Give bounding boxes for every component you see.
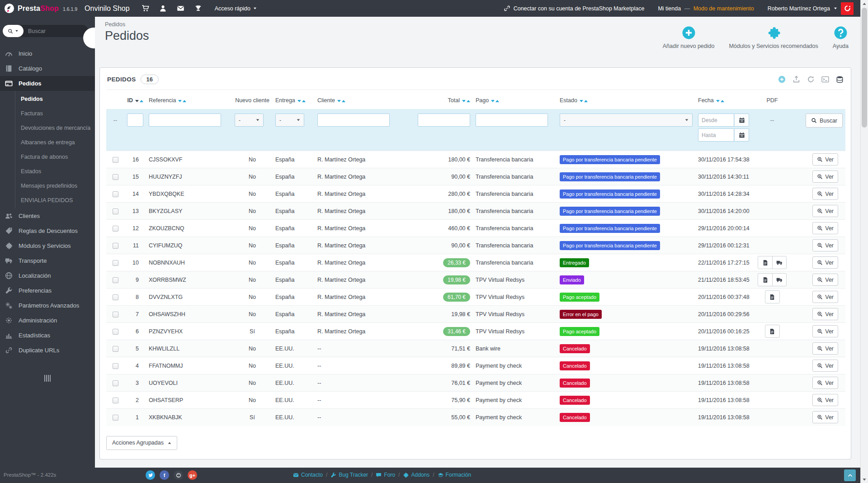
view-order-button[interactable]: Ver — [812, 308, 838, 320]
submenu-item-estados[interactable]: Estados — [15, 164, 95, 179]
invoice-pdf-icon[interactable] — [765, 325, 779, 337]
view-order-button[interactable]: Ver — [812, 325, 838, 337]
filter-new-customer-select[interactable]: - — [235, 114, 264, 127]
cart-icon[interactable] — [142, 5, 149, 12]
sidebar-item-pedidos[interactable]: Pedidos — [0, 76, 95, 91]
sql-query-icon[interactable] — [821, 76, 829, 83]
view-order-button[interactable]: Ver — [812, 360, 838, 372]
calendar-icon[interactable] — [734, 114, 749, 127]
delivery-slip-pdf-icon[interactable] — [772, 256, 786, 269]
add-order-button[interactable]: Añadir nuevo pedido — [663, 26, 715, 49]
google-plus-icon[interactable]: g+ — [188, 470, 197, 480]
view-order-button[interactable]: Ver — [812, 411, 838, 423]
marketplace-link[interactable]: Conectar con su cuenta de PrestaShop Mar… — [504, 5, 645, 12]
view-order-button[interactable]: Ver — [812, 205, 838, 217]
filter-status-select[interactable]: - — [560, 114, 693, 127]
filter-date-from-input[interactable] — [698, 114, 734, 127]
row-checkbox[interactable] — [113, 174, 118, 180]
sidebar-item-transporte[interactable]: Transporte — [0, 253, 95, 268]
footer-link-addons[interactable]: Addons — [403, 472, 429, 478]
view-order-button[interactable]: Ver — [812, 256, 838, 269]
row-checkbox[interactable] — [113, 226, 118, 232]
scroll-to-top-button[interactable] — [844, 469, 856, 481]
view-order-button[interactable]: Ver — [812, 342, 838, 355]
scroll-down-button[interactable] — [861, 476, 868, 483]
sidebar-item-duplicate-urls[interactable]: Duplicate URLs — [0, 343, 95, 358]
add-new-icon[interactable] — [778, 76, 786, 83]
employee-menu[interactable]: Roberto Martínez Ortega — [768, 2, 854, 15]
row-checkbox[interactable] — [113, 294, 118, 300]
trophy-icon[interactable] — [194, 5, 202, 12]
view-order-button[interactable]: Ver — [812, 170, 838, 183]
submenu-item-envialia[interactable]: ENVIALIA PEDIDOS — [15, 193, 95, 208]
row-checkbox[interactable] — [113, 191, 118, 197]
view-order-button[interactable]: Ver — [812, 239, 838, 251]
filter-reference-input[interactable] — [149, 114, 221, 127]
sort-delivery[interactable] — [297, 100, 306, 102]
sort-status[interactable] — [580, 100, 588, 102]
sidebar-item-inicio[interactable]: Inicio — [0, 46, 95, 61]
invoice-pdf-icon[interactable] — [758, 256, 772, 269]
sort-customer[interactable] — [337, 100, 345, 102]
filter-id-input[interactable] — [127, 114, 143, 127]
submenu-item-devoluciones[interactable]: Devoluciones de mercancía — [15, 121, 95, 135]
invoice-pdf-icon[interactable] — [765, 291, 779, 303]
my-shop-link[interactable]: Mi tienda — [658, 5, 681, 12]
sidebar-item-modulos[interactable]: Módulos y Servicios — [0, 238, 95, 253]
view-order-button[interactable]: Ver — [812, 377, 838, 389]
row-checkbox[interactable] — [113, 398, 118, 403]
submenu-item-facturas[interactable]: Facturas — [15, 106, 95, 121]
sidebar-item-catalogo[interactable]: Catálogo — [0, 61, 95, 76]
view-order-button[interactable]: Ver — [812, 188, 838, 200]
filter-delivery-select[interactable]: - — [275, 114, 304, 127]
scrollbar-thumb[interactable] — [862, 8, 867, 128]
submenu-item-pedidos[interactable]: Pedidos — [15, 92, 95, 106]
sidebar-item-administracion[interactable]: Administración — [0, 313, 95, 328]
delivery-slip-pdf-icon[interactable] — [772, 274, 786, 286]
search-filter-button[interactable]: Buscar — [806, 114, 843, 128]
export-icon[interactable] — [793, 76, 800, 83]
mail-icon[interactable] — [177, 5, 184, 12]
prestashop-logo[interactable]: PrestaShop 1.6.1.9 — [4, 3, 77, 14]
sort-id[interactable] — [135, 100, 143, 102]
submenu-item-albaranes[interactable]: Albaranes de entrega — [15, 135, 95, 150]
row-checkbox[interactable] — [113, 346, 118, 352]
view-order-button[interactable]: Ver — [812, 274, 838, 286]
calendar-icon[interactable] — [734, 128, 749, 142]
row-checkbox[interactable] — [113, 312, 118, 317]
refresh-icon[interactable] — [807, 76, 815, 83]
footer-link-foro[interactable]: Foro — [376, 472, 395, 478]
quick-access-menu[interactable]: Acceso rápido — [215, 5, 257, 12]
view-order-button[interactable]: Ver — [812, 222, 838, 234]
shop-name-link[interactable]: Onvinilo Shop — [85, 5, 130, 13]
footer-link-contacto[interactable]: Contacto — [293, 472, 323, 478]
sort-total[interactable] — [462, 100, 470, 102]
scrollbar[interactable] — [860, 0, 868, 483]
filter-date-to-input[interactable] — [698, 128, 734, 142]
sidebar-item-parametros[interactable]: Parámetros Avanzados — [0, 298, 95, 313]
row-checkbox[interactable] — [113, 329, 118, 335]
menu-collapse-handle[interactable] — [0, 375, 95, 382]
sidebar-item-localizacion[interactable]: Localización — [0, 268, 95, 283]
filter-total-input[interactable] — [418, 114, 470, 127]
search-scope-button[interactable] — [3, 25, 24, 37]
row-checkbox[interactable] — [113, 260, 118, 266]
submenu-item-mensajes[interactable]: Mensajes predefinidos — [15, 179, 95, 193]
row-checkbox[interactable] — [113, 380, 118, 386]
recommended-modules-button[interactable]: Módulos y Servicios recomendados — [729, 26, 818, 49]
row-checkbox[interactable] — [113, 243, 118, 249]
row-checkbox[interactable] — [113, 157, 118, 163]
footer-link-bug-tracker[interactable]: Bug Tracker — [330, 472, 368, 478]
prestashop-ball-icon[interactable] — [174, 470, 183, 480]
filter-payment-input[interactable] — [476, 114, 548, 127]
search-input[interactable] — [24, 28, 88, 34]
footer-link-formacion[interactable]: Formación — [438, 472, 472, 478]
help-button[interactable]: Ayuda — [833, 26, 849, 49]
user-icon[interactable] — [159, 5, 167, 12]
sort-payment[interactable] — [491, 100, 499, 102]
facebook-icon[interactable]: f — [160, 470, 169, 480]
sidebar-item-estadisticas[interactable]: Estadísticas — [0, 328, 95, 343]
row-checkbox[interactable] — [113, 277, 118, 283]
twitter-icon[interactable] — [146, 470, 155, 480]
sort-date[interactable] — [716, 100, 724, 102]
